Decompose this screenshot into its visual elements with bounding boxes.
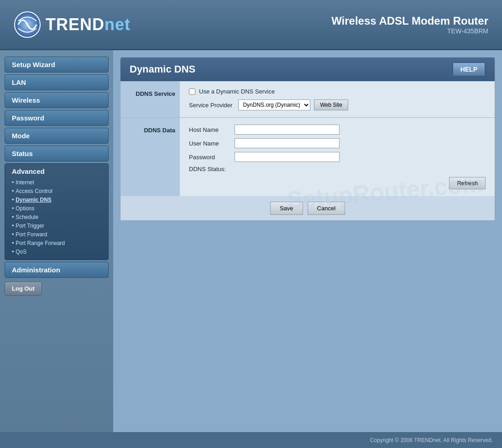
footer: Copyright © 2006 TRENDnet. All Rights Re… bbox=[0, 432, 502, 448]
provider-select[interactable]: DynDNS.org (Dynamic) DynDNS.org (Static)… bbox=[238, 99, 310, 110]
use-ddns-row: Use a Dynamic DNS Service bbox=[189, 88, 486, 95]
header: TRENDnet Wireless ADSL Modem Router TEW-… bbox=[0, 0, 502, 50]
product-info: Wireless ADSL Modem Router TEW-435BRM bbox=[331, 15, 488, 35]
ddns-data-label: DDNS Data bbox=[120, 118, 180, 196]
content-header: Dynamic DNS HELP bbox=[120, 57, 495, 81]
save-button[interactable]: Save bbox=[270, 202, 303, 215]
user-name-input[interactable] bbox=[235, 138, 340, 148]
host-name-input[interactable] bbox=[235, 125, 340, 135]
use-ddns-label: Use a Dynamic DNS Service bbox=[199, 88, 275, 95]
ddns-data-section: DDNS Data Host Name User Name Password bbox=[120, 118, 495, 196]
buttons-section: Save Cancel bbox=[120, 196, 495, 220]
content-box: Dynamic DNS HELP DDNS Service Use a Dyna… bbox=[120, 57, 495, 221]
user-name-label: User Name bbox=[189, 140, 235, 147]
ddns-status-row: DDNS Status: bbox=[189, 166, 486, 172]
ddns-service-section: DDNS Service Use a Dynamic DNS Service S… bbox=[120, 81, 495, 118]
password-input[interactable] bbox=[235, 152, 340, 162]
sidebar-item-lan[interactable]: LAN bbox=[5, 74, 109, 90]
trendnet-logo-icon bbox=[14, 11, 41, 38]
host-name-label: Host Name bbox=[189, 126, 235, 133]
product-title: Wireless ADSL Modem Router bbox=[331, 15, 488, 27]
sidebar-item-status[interactable]: Status bbox=[5, 146, 109, 161]
use-ddns-checkbox[interactable] bbox=[189, 89, 195, 95]
password-row: Password bbox=[189, 152, 486, 162]
advanced-title: Advanced bbox=[12, 167, 101, 175]
advanced-section: Advanced Internet Access Control Dynamic… bbox=[5, 163, 109, 260]
advanced-link-port-trigger[interactable]: Port Trigger bbox=[12, 221, 101, 230]
product-model: TEW-435BRM bbox=[331, 27, 488, 35]
ddns-service-content: Use a Dynamic DNS Service Service Provid… bbox=[180, 81, 495, 117]
advanced-link-port-range-forward[interactable]: Port Range Forward bbox=[12, 239, 101, 247]
sidebar-item-wireless[interactable]: Wireless bbox=[5, 92, 109, 108]
provider-label: Service Provider bbox=[189, 102, 232, 109]
advanced-link-access-control[interactable]: Access Control bbox=[12, 187, 101, 195]
password-label: Password bbox=[189, 154, 235, 161]
sidebar: Setup Wizard LAN Wireless Password Mode … bbox=[0, 50, 113, 432]
host-name-row: Host Name bbox=[189, 125, 486, 135]
ddns-data-content: Host Name User Name Password DDNS Status… bbox=[180, 118, 495, 196]
logout-button[interactable]: Log Out bbox=[5, 281, 42, 296]
refresh-button[interactable]: Refresh bbox=[449, 177, 486, 189]
advanced-link-dynamic-dns[interactable]: Dynamic DNS bbox=[12, 195, 101, 204]
page-title: Dynamic DNS bbox=[130, 63, 195, 75]
advanced-link-qos[interactable]: QoS bbox=[12, 247, 101, 256]
ddns-service-label: DDNS Service bbox=[120, 81, 180, 117]
advanced-link-options[interactable]: Options bbox=[12, 204, 101, 213]
help-button[interactable]: HELP bbox=[452, 62, 486, 77]
copyright-text: Copyright © 2006 TRENDnet. All Rights Re… bbox=[370, 437, 493, 443]
advanced-links: Internet Access Control Dynamic DNS Opti… bbox=[12, 178, 101, 256]
advanced-link-port-forward[interactable]: Port Forward bbox=[12, 230, 101, 239]
website-button[interactable]: Web Site bbox=[314, 99, 348, 110]
logo-area: TRENDnet bbox=[14, 11, 131, 38]
logo-text: TRENDnet bbox=[46, 15, 131, 34]
user-name-row: User Name bbox=[189, 138, 486, 148]
ddns-status-label: DDNS Status: bbox=[189, 166, 226, 172]
provider-row: Service Provider DynDNS.org (Dynamic) Dy… bbox=[189, 99, 486, 110]
sidebar-item-setup-wizard[interactable]: Setup Wizard bbox=[5, 57, 109, 73]
advanced-link-schedule[interactable]: Schedule bbox=[12, 213, 101, 221]
advanced-link-internet[interactable]: Internet bbox=[12, 178, 101, 187]
sidebar-item-mode[interactable]: Mode bbox=[5, 128, 109, 144]
sidebar-item-password[interactable]: Password bbox=[5, 110, 109, 126]
cancel-button[interactable]: Cancel bbox=[308, 202, 345, 215]
content-area: SetupRouter.com Dynamic DNS HELP DDNS Se… bbox=[113, 50, 502, 432]
main-layout: Setup Wizard LAN Wireless Password Mode … bbox=[0, 50, 502, 432]
sidebar-item-administration[interactable]: Administration bbox=[5, 262, 109, 278]
